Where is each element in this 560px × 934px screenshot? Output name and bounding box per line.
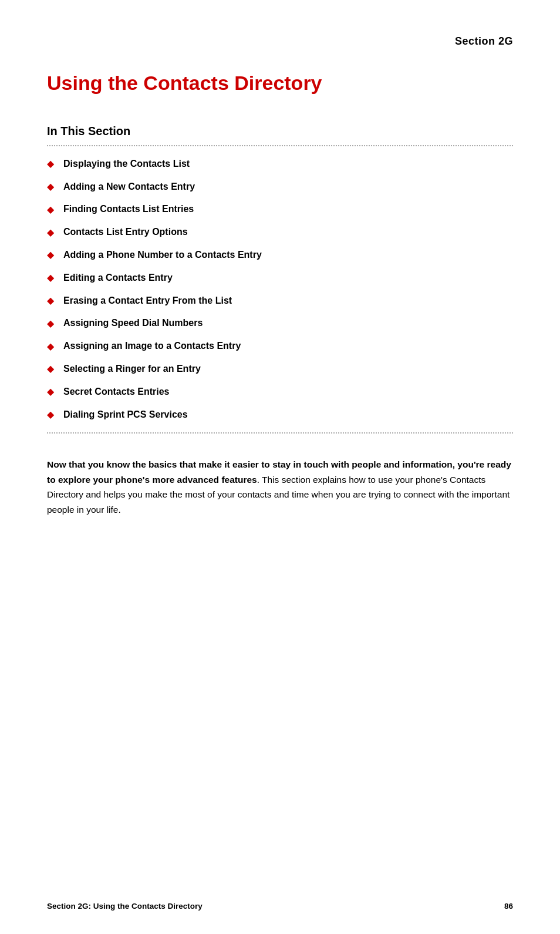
list-item: ◆ Adding a Phone Number to a Contacts En… — [47, 249, 513, 261]
page: Section 2G Using the Contacts Directory … — [0, 0, 560, 934]
body-text: Now that you know the basics that make i… — [47, 457, 513, 517]
diamond-icon: ◆ — [47, 342, 54, 351]
list-item: ◆ Finding Contacts List Entries — [47, 203, 513, 216]
diamond-icon: ◆ — [47, 228, 54, 237]
list-item: ◆ Dialing Sprint PCS Services — [47, 409, 513, 421]
list-item: ◆ Contacts List Entry Options — [47, 226, 513, 238]
diamond-icon: ◆ — [47, 159, 54, 169]
toc-item-label: Assigning Speed Dial Numbers — [63, 317, 203, 330]
toc-list: ◆ Displaying the Contacts List ◆ Adding … — [47, 158, 513, 421]
toc-item-label: Secret Contacts Entries — [63, 386, 170, 398]
toc-item-label: Editing a Contacts Entry — [63, 272, 173, 284]
toc-item-label: Displaying the Contacts List — [63, 158, 190, 170]
list-item: ◆ Displaying the Contacts List — [47, 158, 513, 170]
toc-item-label: Finding Contacts List Entries — [63, 203, 194, 216]
list-item: ◆ Assigning an Image to a Contacts Entry — [47, 340, 513, 352]
page-title: Using the Contacts Directory — [47, 71, 513, 95]
in-this-section-heading: In This Section — [47, 125, 513, 138]
diamond-icon: ◆ — [47, 182, 54, 191]
diamond-icon: ◆ — [47, 205, 54, 214]
in-this-section: In This Section ◆ Displaying the Contact… — [47, 125, 513, 434]
list-item: ◆ Assigning Speed Dial Numbers — [47, 317, 513, 330]
list-item: ◆ Secret Contacts Entries — [47, 386, 513, 398]
toc-item-label: Contacts List Entry Options — [63, 226, 188, 238]
toc-item-label: Selecting a Ringer for an Entry — [63, 363, 201, 375]
bottom-divider — [47, 432, 513, 434]
footer: Section 2G: Using the Contacts Directory… — [47, 902, 513, 911]
diamond-icon: ◆ — [47, 250, 54, 260]
list-item: ◆ Editing a Contacts Entry — [47, 272, 513, 284]
diamond-icon: ◆ — [47, 410, 54, 419]
toc-item-label: Adding a Phone Number to a Contacts Entr… — [63, 249, 262, 261]
diamond-icon: ◆ — [47, 364, 54, 374]
top-divider — [47, 145, 513, 146]
diamond-icon: ◆ — [47, 273, 54, 283]
toc-item-label: Adding a New Contacts Entry — [63, 181, 195, 193]
list-item: ◆ Selecting a Ringer for an Entry — [47, 363, 513, 375]
toc-item-label: Dialing Sprint PCS Services — [63, 409, 188, 421]
list-item: ◆ Adding a New Contacts Entry — [47, 181, 513, 193]
footer-right: 86 — [504, 902, 513, 911]
footer-left: Section 2G: Using the Contacts Directory — [47, 902, 203, 911]
diamond-icon: ◆ — [47, 319, 54, 328]
diamond-icon: ◆ — [47, 387, 54, 397]
list-item: ◆ Erasing a Contact Entry From the List — [47, 295, 513, 307]
toc-item-label: Erasing a Contact Entry From the List — [63, 295, 232, 307]
diamond-icon: ◆ — [47, 296, 54, 305]
toc-item-label: Assigning an Image to a Contacts Entry — [63, 340, 241, 352]
section-label: Section 2G — [47, 35, 513, 48]
